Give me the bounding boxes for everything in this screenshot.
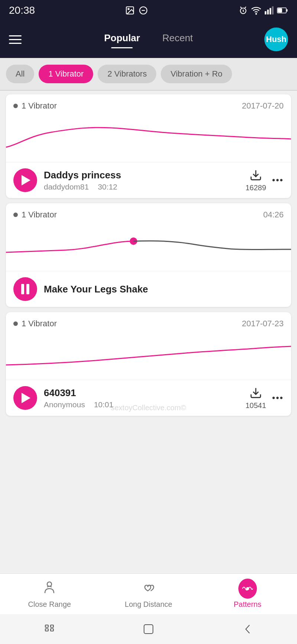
- card-1-actions: 16289 •••: [245, 169, 284, 192]
- card-1: 1 Vibrator 2017-07-20 Daddys princess da…: [6, 94, 291, 198]
- svg-rect-21: [45, 629, 48, 631]
- svg-rect-10: [270, 8, 271, 14]
- card-1-duration: 30:12: [98, 182, 117, 191]
- card-3-title: 640391: [44, 387, 239, 399]
- svg-point-1: [128, 9, 129, 10]
- close-range-icon: [40, 579, 59, 598]
- card-1-date: 2017-07-20: [242, 101, 284, 111]
- image-icon: [125, 6, 135, 15]
- card-3-play-icon: [22, 393, 30, 403]
- card-2-pause-icon: [21, 284, 29, 294]
- tab-popular[interactable]: Popular: [104, 32, 140, 47]
- nav-patterns[interactable]: Patterns: [198, 579, 297, 609]
- card-3-author: Anonymous: [44, 400, 85, 409]
- card-3-waveform: [6, 331, 291, 380]
- card-3: 1 Vibrator 2017-07-23 640391 Anonymous 1…: [6, 312, 291, 416]
- svg-rect-14: [278, 9, 282, 12]
- svg-rect-9: [267, 10, 269, 14]
- sys-nav-back[interactable]: [241, 622, 255, 636]
- hamburger-menu[interactable]: [9, 35, 22, 44]
- svg-point-19: [247, 588, 249, 590]
- card-3-download-col: 10541: [245, 386, 266, 410]
- card-3-dot: [13, 321, 18, 326]
- card-2-waveform: [6, 223, 291, 271]
- status-bar: 20:38: [0, 0, 297, 21]
- card-1-more-button[interactable]: •••: [272, 175, 284, 185]
- card-2: 1 Vibrator 04:26 Make Your Leg: [6, 203, 291, 307]
- wifi-icon: [251, 5, 261, 16]
- card-3-vibrator: 1 Vibrator: [13, 319, 57, 329]
- signal-icon: [264, 6, 274, 15]
- card-1-vibrator-label: 1 Vibrator: [22, 101, 57, 111]
- card-3-download-count: 10541: [245, 401, 266, 410]
- card-3-download-icon[interactable]: [249, 386, 262, 399]
- card-3-vibrator-label: 1 Vibrator: [22, 319, 57, 329]
- svg-line-5: [240, 7, 241, 8]
- status-time: 20:38: [9, 4, 35, 16]
- card-3-actions: 10541 •••: [245, 386, 284, 410]
- card-2-info: Make Your Legs Shake: [44, 284, 284, 295]
- card-1-author: daddydom81: [44, 182, 89, 191]
- card-2-pause-button[interactable]: [13, 277, 37, 301]
- svg-line-6: [245, 7, 246, 8]
- patterns-icon: [238, 579, 257, 598]
- card-1-info: Daddys princess daddydom81 30:12: [44, 169, 239, 191]
- filter-2vibrators[interactable]: 2 Vibrators: [98, 65, 156, 83]
- battery-icon: [277, 6, 288, 15]
- long-distance-icon: [139, 579, 158, 598]
- card-3-date: 2017-07-23: [242, 319, 284, 329]
- top-nav: Popular Recent Hush: [0, 21, 297, 58]
- system-nav: [0, 614, 297, 644]
- card-1-download-icon[interactable]: [249, 169, 262, 181]
- card-3-header: 1 Vibrator 2017-07-23: [6, 312, 291, 331]
- svg-rect-22: [50, 625, 53, 627]
- svg-point-7: [256, 13, 257, 14]
- tab-recent[interactable]: Recent: [162, 32, 193, 47]
- nav-long-distance[interactable]: Long Distance: [99, 579, 198, 609]
- card-1-dot: [13, 104, 18, 108]
- card-2-title: Make Your Legs Shake: [44, 284, 284, 295]
- card-1-download-col: 16289: [245, 169, 266, 192]
- svg-rect-20: [45, 625, 48, 627]
- patterns-circle: [238, 579, 257, 599]
- card-1-meta: daddydom81 30:12: [44, 182, 239, 191]
- alarm-icon: [238, 6, 248, 15]
- card-2-dot: [13, 213, 18, 217]
- bottom-nav: Close Range Long Distance Patterns: [0, 573, 297, 614]
- card-2-date: 04:26: [263, 210, 284, 220]
- nav-close-range-label: Close Range: [28, 600, 71, 609]
- filter-bar: All 1 Vibrator 2 Vibrators Vibration + R…: [0, 58, 297, 90]
- card-2-footer: Make Your Legs Shake: [6, 271, 291, 307]
- nav-long-distance-label: Long Distance: [125, 600, 172, 609]
- svg-rect-23: [50, 629, 53, 631]
- avatar[interactable]: Hush: [264, 27, 288, 51]
- sys-nav-recents[interactable]: [42, 622, 56, 636]
- nav-tabs: Popular Recent: [104, 32, 193, 47]
- card-1-waveform: [6, 114, 291, 162]
- card-1-download-count: 16289: [245, 184, 266, 192]
- nav-close-range[interactable]: Close Range: [0, 579, 99, 609]
- svg-rect-24: [144, 625, 153, 634]
- dnd-icon: [138, 6, 148, 15]
- card-2-vibrator-label: 1 Vibrator: [22, 210, 57, 220]
- nav-patterns-label: Patterns: [234, 600, 261, 609]
- card-3-more-button[interactable]: •••: [272, 393, 284, 403]
- card-1-play-icon: [22, 175, 30, 185]
- filter-vibration-ro[interactable]: Vibration + Ro: [161, 65, 232, 83]
- filter-1vibrator[interactable]: 1 Vibrator: [39, 65, 93, 83]
- filter-all[interactable]: All: [6, 65, 34, 83]
- watermark: sextoyCollective.com©: [111, 404, 186, 412]
- card-1-footer: Daddys princess daddydom81 30:12 16289 •…: [6, 162, 291, 198]
- content-area: 1 Vibrator 2017-07-20 Daddys princess da…: [0, 91, 297, 420]
- card-1-title: Daddys princess: [44, 169, 239, 181]
- sys-nav-home[interactable]: [141, 622, 156, 636]
- svg-point-18: [47, 582, 52, 586]
- card-1-header: 1 Vibrator 2017-07-20: [6, 94, 291, 114]
- card-2-vibrator: 1 Vibrator: [13, 210, 57, 220]
- card-3-duration: 10:01: [94, 400, 114, 409]
- svg-rect-8: [265, 11, 266, 14]
- card-3-play-button[interactable]: [13, 386, 37, 410]
- card-2-header: 1 Vibrator 04:26: [6, 203, 291, 223]
- card-1-vibrator: 1 Vibrator: [13, 101, 57, 111]
- card-1-play-button[interactable]: [13, 168, 37, 192]
